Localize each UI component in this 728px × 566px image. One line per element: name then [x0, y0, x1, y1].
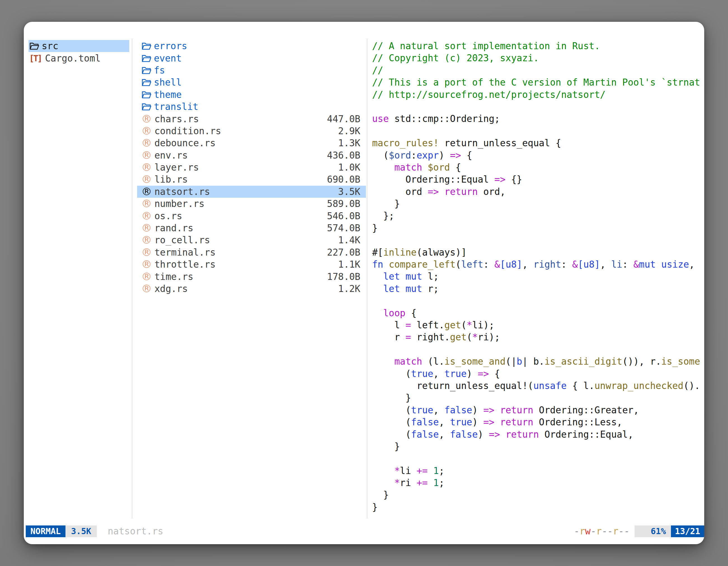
rust-file-icon: ® — [141, 224, 152, 233]
current-directory-pane: errorseventfsshellthemetranslit®chars.rs… — [137, 40, 366, 295]
open-folder-icon — [29, 42, 39, 50]
rust-file-icon: ® — [141, 163, 152, 172]
open-folder-icon — [141, 90, 151, 99]
code-line — [372, 343, 704, 355]
file-size: 1.2K — [338, 283, 360, 294]
code-line: } — [372, 440, 704, 452]
file-name: number.rs — [154, 198, 205, 209]
code-line: // http://sourcefrog.net/projects/natsor… — [372, 89, 704, 101]
open-folder-icon — [141, 66, 151, 75]
file-size: 1.3K — [338, 138, 360, 149]
code-line: } — [372, 501, 704, 513]
file-row[interactable]: ®env.rs436.0B — [137, 149, 366, 161]
file-row[interactable]: [T]Cargo.toml — [29, 52, 129, 64]
scroll-percent-badge: 61% — [635, 525, 671, 537]
file-row[interactable]: ®time.rs178.0B — [137, 271, 366, 283]
file-name: errors — [154, 41, 187, 51]
file-row[interactable]: ®throttle.rs1.1K — [137, 259, 366, 271]
file-name: fs — [154, 65, 165, 76]
code-line: fn compare_left(left: &[u8], right: &[u8… — [372, 259, 704, 271]
file-name: terminal.rs — [154, 247, 216, 258]
code-line: Ordering::Equal => {} — [372, 173, 704, 186]
file-row[interactable]: ®ro_cell.rs1.4K — [137, 234, 366, 246]
directory-row[interactable]: event — [137, 52, 366, 64]
file-size: 589.0B — [327, 198, 360, 209]
yazi-file-manager-window: src[T]Cargo.toml errorseventfsshelltheme… — [24, 22, 704, 544]
directory-row[interactable]: theme — [137, 89, 366, 101]
file-row[interactable]: ®xdg.rs1.2K — [137, 283, 366, 295]
code-line: // A natural sort implementation in Rust… — [372, 40, 704, 52]
code-line: #[inline(always)] — [372, 247, 704, 259]
file-row[interactable]: ®number.rs589.0B — [137, 198, 366, 210]
code-line: return_unless_equal!(unsafe { l.unwrap_u… — [372, 380, 704, 392]
file-row[interactable]: ®chars.rs447.0B — [137, 113, 366, 125]
rust-file-icon: ® — [141, 248, 152, 257]
file-name: os.rs — [154, 211, 182, 222]
mode-indicator: NORMAL — [26, 525, 65, 537]
file-row[interactable]: ®natsort.rs3.5K — [137, 186, 366, 198]
rust-file-icon: ® — [141, 115, 152, 123]
code-line: } — [372, 489, 704, 501]
file-row[interactable]: ®condition.rs2.9K — [137, 125, 366, 137]
code-line: let mut l; — [372, 271, 704, 283]
file-preview-pane: // A natural sort implementation in Rust… — [372, 40, 704, 519]
code-line — [372, 452, 704, 464]
directory-row[interactable]: shell — [137, 76, 366, 88]
code-line: // This is a port of the C version of Ma… — [372, 76, 704, 88]
rust-file-icon: ® — [141, 139, 152, 147]
pane-separator — [367, 39, 367, 518]
directory-row[interactable]: src — [29, 40, 129, 52]
file-row[interactable]: ®layer.rs1.0K — [137, 161, 366, 173]
file-permissions: -rw-r--r-- — [574, 525, 630, 537]
file-row[interactable]: ®os.rs546.0B — [137, 210, 366, 222]
code-line: } — [372, 222, 704, 234]
directory-row[interactable]: translit — [137, 101, 366, 113]
file-name: src — [42, 41, 58, 51]
file-name: time.rs — [154, 271, 193, 282]
file-size: 690.0B — [327, 174, 360, 185]
file-size: 447.0B — [327, 114, 360, 125]
open-folder-icon — [141, 42, 151, 50]
rust-file-icon: ® — [141, 212, 152, 220]
rust-file-icon: ® — [141, 260, 152, 269]
open-folder-icon — [141, 54, 151, 63]
rust-file-icon: ® — [141, 187, 152, 196]
file-size: 546.0B — [327, 211, 360, 222]
file-name: natsort.rs — [154, 186, 210, 197]
file-name: theme — [154, 89, 182, 100]
file-size: 2.9K — [338, 126, 360, 137]
rust-file-icon: ® — [141, 175, 152, 184]
code-line: macro_rules! return_unless_equal { — [372, 137, 704, 149]
directory-row[interactable]: fs — [137, 64, 366, 76]
code-line: l = left.get(*li); — [372, 319, 704, 331]
file-row[interactable]: ®lib.rs690.0B — [137, 173, 366, 186]
code-line: (true, true) => { — [372, 368, 704, 380]
file-name: xdg.rs — [154, 283, 188, 294]
file-size: 1.4K — [338, 235, 360, 246]
code-line: (false, false) => return Ordering::Equal… — [372, 428, 704, 440]
file-size: 3.5K — [338, 186, 360, 197]
file-size: 227.0B — [327, 247, 360, 258]
file-name: shell — [154, 77, 182, 88]
code-line: loop { — [372, 307, 704, 319]
parent-pane: src[T]Cargo.toml — [29, 40, 129, 64]
open-folder-icon — [141, 78, 151, 87]
file-row[interactable]: ®debounce.rs1.3K — [137, 137, 366, 149]
code-line: (true, false) => return Ordering::Greate… — [372, 404, 704, 416]
code-line: let mut r; — [372, 283, 704, 295]
code-line — [372, 295, 704, 307]
code-line: ($ord:expr) => { — [372, 149, 704, 161]
file-name: throttle.rs — [154, 259, 216, 270]
file-name: translit — [154, 101, 198, 112]
rust-file-icon: ® — [141, 200, 152, 208]
code-line: r = right.get(*ri); — [372, 331, 704, 343]
code-line: // Copyright (c) 2023, sxyazi. — [372, 52, 704, 64]
code-line: } — [372, 392, 704, 404]
file-row[interactable]: ®rand.rs574.0B — [137, 222, 366, 234]
code-line: ord => return ord, — [372, 186, 704, 198]
file-name: layer.rs — [154, 162, 199, 173]
code-line: }; — [372, 210, 704, 222]
cursor-position-badge: 13/21 — [671, 525, 704, 537]
file-row[interactable]: ®terminal.rs227.0B — [137, 247, 366, 259]
directory-row[interactable]: errors — [137, 40, 366, 52]
